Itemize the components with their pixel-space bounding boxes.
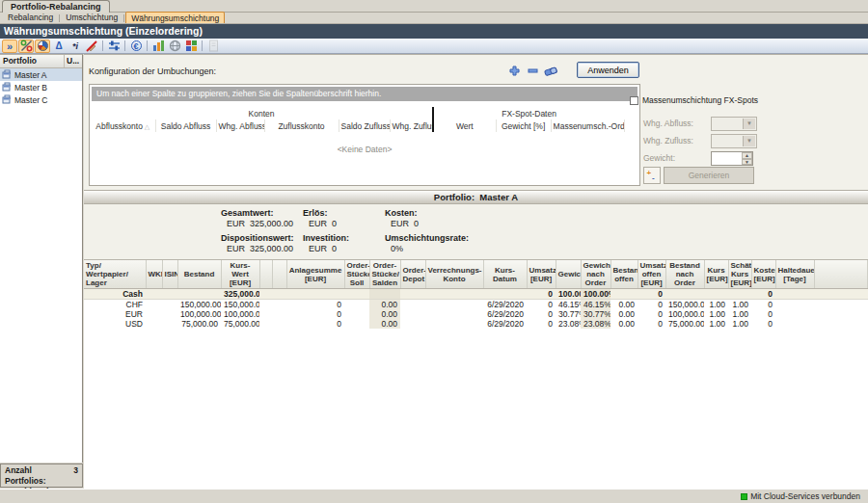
pos-col-anlagesumme-eur[interactable]: Anlagesumme[EUR] — [286, 260, 344, 289]
config-col-abflusskonto[interactable]: Abflusskonto △ — [91, 119, 155, 132]
bar-chart-icon[interactable] — [150, 40, 166, 53]
tab-rebalancing[interactable]: Rebalancing — [3, 13, 58, 23]
pos-col-kurs-wert-eur[interactable]: Kurs-Wert[EUR] — [221, 260, 259, 289]
pos-col-order-st-cke-soll[interactable]: Order-StückeSoll — [344, 260, 369, 289]
position-row-usd[interactable]: USD75,000.0075,000.0000.006/29/2020023.0… — [84, 319, 868, 329]
pos-col-order-st-cke-salden[interactable]: Order-Stücke/Salden — [369, 260, 400, 289]
cell-18: 75,000.00 — [665, 319, 704, 329]
pos-col-typ-wertpapier-lager[interactable]: Typ/Wertpapier/ Lager — [84, 260, 146, 289]
config-col-saldo-zufluss[interactable]: Saldo Zufluss — [339, 119, 390, 132]
cell-filler — [814, 319, 868, 329]
summary-value: EUR 325,000.00 — [221, 219, 303, 228]
config-col-saldo-abfluss[interactable]: Saldo Abfluss — [155, 119, 216, 132]
cell-9: 0.00 — [369, 300, 400, 310]
config-label: Konfiguration der Umbuchungen: — [89, 66, 216, 76]
config-col-zuflusskonto[interactable]: Zuflusskonto — [264, 119, 339, 132]
cell-3 — [177, 289, 221, 300]
cell-13: 0 — [527, 300, 556, 310]
fx-spots-checkbox[interactable] — [630, 96, 638, 105]
globe-icon[interactable] — [167, 40, 182, 53]
cell-filler — [814, 300, 868, 310]
cell-4: 150,000.00 — [221, 300, 259, 310]
pos-col-bestand-offen[interactable]: Bestandoffen — [610, 260, 637, 289]
cell-10 — [400, 289, 425, 300]
sliders-icon[interactable] — [106, 40, 122, 53]
status-bar: Mit Cloud-Services verbunden — [0, 489, 868, 503]
add-row-icon[interactable] — [506, 64, 522, 77]
rebalance-icon[interactable] — [18, 40, 34, 53]
pos-col-gewicht-nach-order[interactable]: GewichtnachOrder — [581, 260, 610, 289]
pos-col-isin[interactable]: ISIN — [162, 260, 177, 289]
sidebar-column-portfolio[interactable]: Portfolio — [0, 55, 65, 67]
toolbar-separator — [124, 40, 125, 51]
config-col-gewicht[interactable]: Gewicht [%] — [496, 119, 551, 132]
fx-select-whg-zufluss: ▼ — [711, 134, 757, 148]
sidebar-item-master-c[interactable]: Master C — [0, 93, 82, 106]
sidebar-item-master-a[interactable]: Master A — [0, 68, 82, 81]
pos-col-sch-tz-kurs-eur[interactable]: Schätz-Kurs[EUR] — [728, 260, 751, 289]
pos-col-order-depot[interactable]: Order-Depot — [400, 260, 425, 289]
pos-col-umsatz-eur[interactable]: Umsatz[EUR] — [527, 260, 556, 289]
euro-icon[interactable]: € — [128, 40, 144, 53]
pos-col-bestand[interactable]: Bestand — [177, 260, 221, 289]
pos-col-blank-6[interactable] — [272, 260, 286, 289]
tab-umschichtung[interactable]: Umschichtung — [61, 13, 122, 23]
portfolio-item-label: Master C — [14, 95, 47, 105]
apply-button[interactable]: Anwenden — [577, 62, 639, 78]
sidebar-item-master-b[interactable]: Master B — [0, 81, 82, 93]
pos-col-wkn[interactable]: WKN — [146, 260, 162, 289]
summary-label: Investition: — [303, 233, 385, 243]
pos-col-haltedauer-tage[interactable]: Haltedauer[Tage] — [775, 260, 814, 289]
position-row-cash[interactable]: Cash325,000.000100.00%100.00%00 — [84, 289, 868, 300]
config-col-whg-zufluss[interactable]: Whg. Zufluss — [390, 119, 433, 132]
summary-label: Dispositionswert: — [221, 233, 303, 243]
no-edit-icon[interactable] — [84, 40, 99, 53]
cell-1 — [146, 309, 162, 319]
config-col-whg-abfluss[interactable]: Whg. Abfluss — [216, 119, 264, 132]
pos-col-kurs-datum[interactable]: Kurs-Datum — [483, 260, 527, 289]
cell-21: 0 — [751, 319, 775, 329]
eraser-icon[interactable] — [543, 64, 558, 77]
cell-5 — [259, 300, 272, 310]
config-grid: Um nach einer Spalte zu gruppieren, zieh… — [89, 84, 640, 186]
delta-icon[interactable]: Δ — [51, 40, 67, 53]
toolbar: »Δ*i€ — [0, 39, 868, 54]
cell-16 — [610, 289, 637, 300]
remove-row-icon[interactable] — [525, 64, 540, 77]
summary-label: Umschichtungsrate: — [385, 233, 510, 243]
cell-5 — [259, 289, 272, 300]
toolbar-separator — [147, 40, 148, 51]
pos-col-filler — [814, 260, 868, 289]
pos-col-kurs-eur[interactable]: Kurs[EUR] — [704, 260, 728, 289]
config-col-massenumsch-order[interactable]: Massenumsch.-Order — [551, 119, 624, 132]
cell-14: 100.00% — [556, 289, 581, 300]
cell-7: 0 — [286, 309, 344, 319]
pos-col-umsatz-offen-eur[interactable]: Umsatzoffen[EUR] — [637, 260, 665, 289]
pos-col-kosten-eur[interactable]: Kosten[EUR] — [751, 260, 775, 289]
config-col-wert[interactable]: Wert — [433, 119, 496, 132]
pos-col-bestand-nach-order[interactable]: BestandnachOrder — [665, 260, 704, 289]
pos-col-gewicht[interactable]: Gewicht — [556, 260, 581, 289]
pos-col-verrechnungs-konto[interactable]: Verrechnungs-Konto — [425, 260, 483, 289]
position-row-chf[interactable]: CHF150,000.00150,000.0000.006/29/2020046… — [84, 300, 868, 310]
cell-22 — [775, 289, 814, 300]
summary-value: 0% — [385, 244, 510, 253]
cell-10 — [400, 309, 425, 319]
cell-11 — [425, 309, 483, 319]
grid-colors-icon[interactable] — [183, 40, 199, 53]
config-actions — [506, 64, 558, 77]
fx-field-whg-zufluss: Whg. Zufluss:▼ — [643, 134, 693, 148]
sidebar-column-u[interactable]: U... — [65, 55, 82, 67]
pie-chart-icon[interactable] — [35, 40, 50, 53]
expand-icon[interactable]: » — [2, 40, 17, 53]
portfolio-icon — [2, 82, 12, 93]
cell-8 — [344, 319, 369, 329]
tab-waehrungsumschichtung[interactable]: Währungsumschichtung — [125, 12, 225, 23]
info-icon[interactable]: *i — [68, 40, 83, 53]
svg-text:+: + — [647, 170, 652, 177]
cell-17: 0 — [637, 309, 665, 319]
tab-portfolio-rebalancing[interactable]: Portfolio-Rebalancing — [2, 0, 110, 13]
pos-col-blank-5[interactable] — [259, 260, 272, 289]
position-row-eur[interactable]: EUR100,000.00100,000.0000.006/29/2020030… — [84, 309, 868, 319]
cell-5 — [259, 319, 272, 329]
